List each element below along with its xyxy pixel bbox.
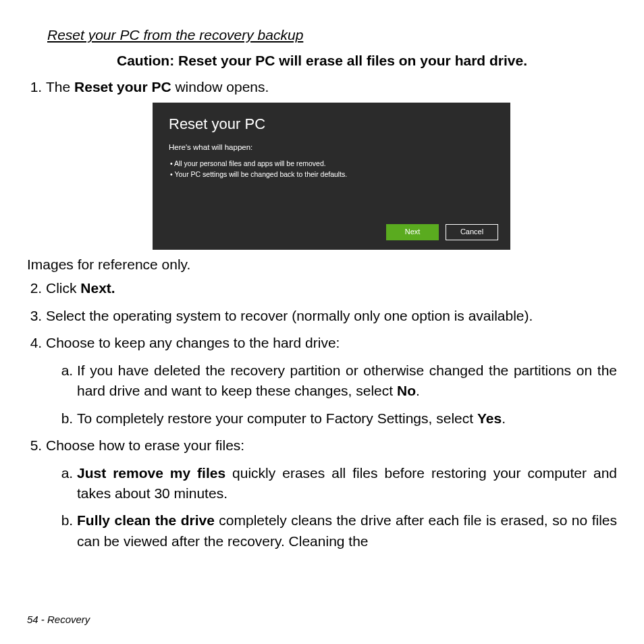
step-5a: Just remove my files quickly erases all … (77, 463, 617, 504)
dialog-bullet-2: Your PC settings will be changed back to… (170, 169, 494, 180)
dialog-bullet-1: All your personal files and apps will be… (170, 159, 494, 169)
step-3: Select the operating system to recover (… (46, 306, 617, 326)
step-5b: Fully clean the drive completely cleans … (77, 510, 617, 552)
step-2-text: Click (46, 280, 80, 296)
step-1: The Reset your PC window opens. Reset yo… (46, 77, 617, 250)
step-4: Choose to keep any changes to the hard d… (46, 333, 617, 429)
step-1-bold: Reset your PC (74, 79, 171, 95)
dialog-title: Reset your PC (169, 113, 494, 135)
cancel-button[interactable]: Cancel (446, 224, 498, 240)
step-4b-text: To completely restore your computer to F… (77, 410, 477, 426)
step-2-bold: Next. (80, 280, 115, 296)
step-4b: To completely restore your computer to F… (77, 408, 617, 429)
step-4b-dot: . (502, 410, 506, 426)
image-caption: Images for reference only. (27, 257, 617, 273)
step-5b-bold: Fully clean the drive (77, 512, 215, 528)
step-1-text-c: window opens. (171, 79, 269, 95)
step-4a-text: If you have deleted the recovery partiti… (77, 363, 617, 398)
step-4a-bold: No (397, 383, 416, 398)
section-heading: Reset your PC from the recovery backup (47, 27, 617, 43)
step-5a-bold: Just remove my files (77, 465, 225, 481)
step-5-text: Choose how to erase your files: (46, 437, 244, 453)
step-4b-bold: Yes (477, 410, 502, 426)
step-5: Choose how to erase your files: Just rem… (46, 435, 617, 552)
step-4a: If you have deleted the recovery partiti… (77, 360, 617, 402)
step-2: Click Next. (46, 278, 617, 298)
dialog-subtitle: Here's what will happen: (169, 142, 494, 153)
reset-pc-dialog: Reset your PC Here's what will happen: A… (153, 103, 510, 250)
step-4a-dot: . (416, 383, 420, 398)
step-4-text: Choose to keep any changes to the hard d… (46, 335, 340, 350)
page-footer: 54 - Recovery (27, 614, 90, 625)
step-1-text-a: The (46, 79, 74, 95)
next-button[interactable]: Next (386, 224, 439, 240)
caution-text: Caution: Reset your PC will erase all fi… (27, 53, 617, 69)
